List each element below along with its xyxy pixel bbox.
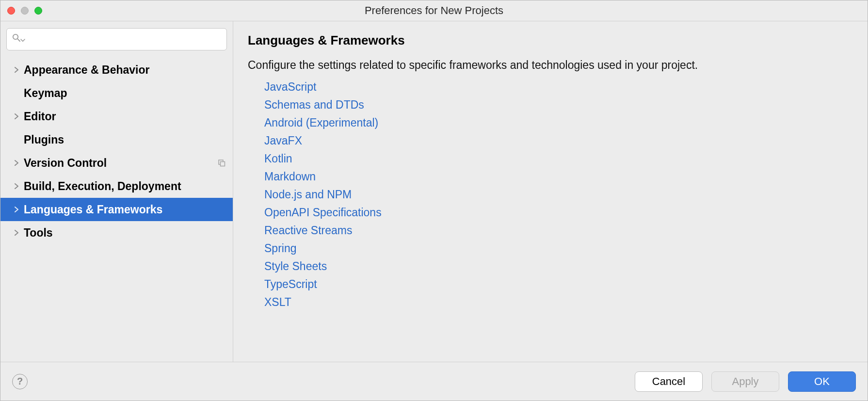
settings-link-javascript[interactable]: JavaScript: [264, 80, 316, 94]
help-button[interactable]: ?: [12, 374, 28, 389]
svg-line-1: [17, 39, 20, 41]
dialog-footer: ? Cancel Apply OK: [0, 362, 868, 401]
search-field[interactable]: [6, 28, 227, 50]
preferences-window: Preferences for New Projects: [0, 0, 868, 401]
maximize-window-button[interactable]: [34, 7, 42, 15]
sidebar-item-plugins[interactable]: Plugins: [0, 128, 233, 151]
settings-link-node-js-and-npm[interactable]: Node.js and NPM: [264, 188, 352, 201]
sidebar-item-label: Build, Execution, Deployment: [24, 180, 181, 193]
minimize-window-button[interactable]: [21, 7, 29, 15]
sidebar-item-label: Tools: [24, 226, 53, 240]
sidebar-item-editor[interactable]: Editor: [0, 105, 233, 128]
project-scope-icon: [217, 159, 226, 167]
cancel-button[interactable]: Cancel: [635, 371, 703, 392]
settings-link-markdown[interactable]: Markdown: [264, 170, 316, 183]
settings-link-kotlin[interactable]: Kotlin: [264, 152, 292, 165]
search-dropdown-icon[interactable]: [20, 33, 25, 46]
subpage-links: JavaScriptSchemas and DTDsAndroid (Exper…: [248, 80, 853, 309]
chevron-right-icon: [11, 207, 22, 212]
sidebar-item-label: Languages & Frameworks: [24, 203, 162, 216]
sidebar-item-label: Plugins: [24, 133, 64, 146]
sidebar-item-appearance-behavior[interactable]: Appearance & Behavior: [0, 58, 233, 81]
settings-sidebar: Appearance & BehaviorKeymapEditorPlugins…: [0, 21, 233, 362]
settings-link-typescript[interactable]: TypeScript: [264, 278, 317, 291]
chevron-right-icon: [11, 183, 22, 189]
settings-main-panel: Languages & Frameworks Configure the set…: [233, 21, 868, 362]
page-description: Configure the settings related to specif…: [248, 59, 853, 72]
sidebar-item-keymap[interactable]: Keymap: [0, 81, 233, 105]
sidebar-item-version-control[interactable]: Version Control: [0, 151, 233, 175]
sidebar-item-tools[interactable]: Tools: [0, 221, 233, 244]
sidebar-item-languages-frameworks[interactable]: Languages & Frameworks: [0, 198, 233, 221]
chevron-right-icon: [11, 113, 22, 119]
settings-link-reactive-streams[interactable]: Reactive Streams: [264, 224, 353, 237]
search-container: [0, 21, 233, 55]
window-controls: [7, 7, 42, 15]
ok-button[interactable]: OK: [788, 371, 856, 392]
settings-link-javafx[interactable]: JavaFX: [264, 134, 302, 147]
search-input[interactable]: [28, 34, 222, 45]
settings-link-style-sheets[interactable]: Style Sheets: [264, 260, 327, 273]
settings-link-xslt[interactable]: XSLT: [264, 296, 291, 309]
settings-link-schemas-and-dtds[interactable]: Schemas and DTDs: [264, 98, 364, 112]
sidebar-item-build-execution-deployment[interactable]: Build, Execution, Deployment: [0, 175, 233, 198]
sidebar-item-label: Editor: [24, 110, 56, 123]
search-icon: [12, 33, 21, 46]
settings-link-openapi-specifications[interactable]: OpenAPI Specifications: [264, 206, 382, 219]
chevron-right-icon: [11, 67, 22, 73]
apply-button[interactable]: Apply: [711, 371, 779, 392]
sidebar-item-label: Appearance & Behavior: [24, 64, 149, 77]
titlebar: Preferences for New Projects: [0, 0, 868, 21]
close-window-button[interactable]: [7, 7, 15, 15]
dialog-body: Appearance & BehaviorKeymapEditorPlugins…: [0, 21, 868, 362]
svg-rect-3: [221, 162, 225, 166]
page-heading: Languages & Frameworks: [248, 33, 853, 48]
settings-tree: Appearance & BehaviorKeymapEditorPlugins…: [0, 55, 233, 362]
settings-link-spring[interactable]: Spring: [264, 242, 296, 255]
sidebar-item-label: Version Control: [24, 157, 107, 170]
window-title: Preferences for New Projects: [0, 4, 868, 17]
chevron-right-icon: [11, 230, 22, 236]
chevron-right-icon: [11, 160, 22, 166]
sidebar-item-label: Keymap: [24, 87, 67, 100]
settings-link-android-experimental[interactable]: Android (Experimental): [264, 116, 378, 129]
